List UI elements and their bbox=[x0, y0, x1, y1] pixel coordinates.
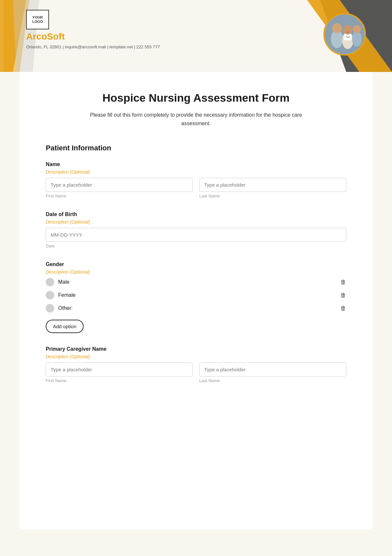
svg-point-14 bbox=[347, 32, 349, 33]
radio-circle-female[interactable] bbox=[46, 291, 54, 299]
last-name-col: Last Name bbox=[199, 178, 346, 198]
logo-area: YOUR LOGO ArcoSoft Orlando, FL 32801 | i… bbox=[26, 10, 160, 49]
logo-text: YOUR LOGO bbox=[27, 15, 48, 24]
radio-option-male: Male 🗑 bbox=[46, 278, 346, 286]
field-label-dob: Date of Birth bbox=[46, 211, 346, 217]
first-name-sublabel: First Name bbox=[46, 194, 193, 198]
radio-circle-male[interactable] bbox=[46, 278, 54, 286]
first-name-col: First Name bbox=[46, 178, 193, 198]
dob-sublabel: Date bbox=[46, 244, 346, 248]
company-address: Orlando, FL 32801 | inquire@arcosoft.mai… bbox=[26, 44, 160, 49]
field-description-dob: Description (Optional) bbox=[46, 219, 346, 225]
field-group-name: Name Description (Optional) First Name L… bbox=[46, 161, 346, 198]
radio-left-other: Other: bbox=[46, 304, 73, 312]
field-description-gender: Description (Optional) bbox=[46, 269, 346, 275]
svg-point-12 bbox=[353, 25, 361, 33]
caregiver-first-name-col: First Name bbox=[46, 362, 193, 383]
caregiver-first-name-sublabel: First Name bbox=[46, 378, 193, 383]
dob-input[interactable] bbox=[46, 228, 346, 242]
svg-point-11 bbox=[352, 31, 362, 47]
radio-left-female: Female bbox=[46, 291, 75, 299]
add-option-label: Add option bbox=[53, 324, 76, 329]
form-wrapper: Hospice Nursing Assessment Form Please f… bbox=[20, 72, 372, 530]
add-option-button[interactable]: Add option bbox=[46, 320, 84, 333]
radio-circle-other[interactable] bbox=[46, 304, 54, 312]
radio-left-male: Male bbox=[46, 278, 70, 286]
dob-field-row: Date bbox=[46, 228, 346, 248]
caregiver-field-row: First Name Last Name bbox=[46, 362, 346, 383]
field-group-gender: Gender Description (Optional) Male 🗑 Fem… bbox=[46, 261, 346, 333]
svg-point-8 bbox=[332, 23, 342, 33]
name-field-row: First Name Last Name bbox=[46, 178, 346, 198]
radio-label-male: Male bbox=[58, 279, 70, 285]
caregiver-last-name-sublabel: Last Name bbox=[199, 378, 346, 383]
last-name-sublabel: Last Name bbox=[199, 194, 346, 198]
company-name: ArcoSoft bbox=[26, 31, 160, 42]
field-label-gender: Gender bbox=[46, 261, 346, 267]
form-description: Please fill out this form completely to … bbox=[85, 111, 307, 127]
last-name-input[interactable] bbox=[199, 178, 346, 192]
logo-box: YOUR LOGO bbox=[26, 10, 49, 29]
dob-col: Date bbox=[46, 228, 346, 248]
page-header: YOUR LOGO ArcoSoft Orlando, FL 32801 | i… bbox=[0, 0, 392, 72]
header-photo bbox=[323, 13, 366, 56]
field-group-caregiver: Primary Caregiver Name Description (Opti… bbox=[46, 346, 346, 383]
delete-other-icon[interactable]: 🗑 bbox=[340, 305, 346, 312]
svg-point-10 bbox=[343, 25, 352, 34]
caregiver-last-name-col: Last Name bbox=[199, 362, 346, 383]
delete-male-icon[interactable]: 🗑 bbox=[340, 279, 346, 286]
delete-female-icon[interactable]: 🗑 bbox=[340, 292, 346, 299]
field-label-name: Name bbox=[46, 161, 346, 167]
field-description-name: Description (Optional) bbox=[46, 169, 346, 175]
section-title-patient-info: Patient Information bbox=[46, 144, 346, 154]
first-name-input[interactable] bbox=[46, 178, 193, 192]
field-label-caregiver: Primary Caregiver Name bbox=[46, 346, 346, 352]
radio-label-other: Other: bbox=[58, 305, 73, 311]
header-content: YOUR LOGO ArcoSoft Orlando, FL 32801 | i… bbox=[0, 0, 392, 56]
radio-option-other: Other: 🗑 bbox=[46, 304, 346, 312]
form-title: Hospice Nursing Assessment Form bbox=[46, 92, 346, 104]
caregiver-first-name-input[interactable] bbox=[46, 362, 193, 377]
radio-option-female: Female 🗑 bbox=[46, 291, 346, 299]
caregiver-last-name-input[interactable] bbox=[199, 362, 346, 377]
field-description-caregiver: Description (Optional) bbox=[46, 354, 346, 359]
field-group-dob: Date of Birth Description (Optional) Dat… bbox=[46, 211, 346, 248]
radio-label-female: Female bbox=[58, 292, 75, 298]
